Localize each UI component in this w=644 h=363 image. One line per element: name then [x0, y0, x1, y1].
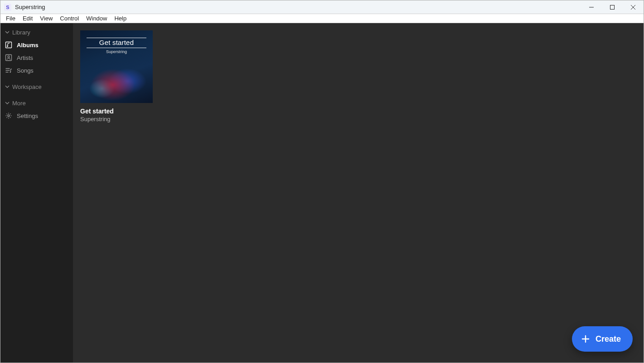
svg-rect-0 [610, 5, 615, 9]
svg-rect-1 [6, 42, 12, 48]
minimize-button[interactable] [581, 0, 602, 14]
menubar: File Edit View Control Window Help [0, 14, 644, 23]
album-thumbnail[interactable]: Get started Superstring [80, 30, 153, 103]
chevron-down-icon [5, 101, 10, 105]
sidebar-item-label: Albums [17, 42, 39, 49]
plus-icon [581, 334, 590, 343]
svg-line-11 [6, 113, 7, 114]
sidebar-item-songs[interactable]: Songs [0, 64, 73, 77]
thumb-divider [87, 48, 146, 48]
svg-point-5 [10, 72, 11, 73]
svg-point-6 [8, 115, 10, 117]
create-button-label: Create [596, 334, 621, 344]
svg-line-12 [10, 117, 10, 118]
menu-file[interactable]: File [2, 15, 19, 22]
songs-icon [5, 67, 12, 74]
sidebar-section-workspace: Workspace [0, 80, 73, 93]
svg-point-4 [8, 56, 10, 58]
sidebar-item-label: Artists [17, 54, 33, 61]
chevron-down-icon [5, 84, 10, 89]
menu-edit[interactable]: Edit [19, 15, 36, 22]
album-artist: Superstring [80, 116, 153, 123]
maximize-button[interactable] [602, 0, 623, 14]
sidebar-header-label: Workspace [12, 83, 42, 90]
sidebar-item-artists[interactable]: Artists [0, 51, 73, 64]
app-icon: S [4, 4, 11, 11]
sidebar-spacer [0, 93, 73, 97]
maximize-icon [610, 5, 615, 10]
menu-help[interactable]: Help [111, 15, 130, 22]
sidebar-item-label: Settings [17, 113, 38, 119]
sidebar-item-albums[interactable]: Albums [0, 39, 73, 51]
close-button[interactable] [623, 0, 644, 14]
create-button[interactable]: Create [572, 326, 633, 352]
menu-window[interactable]: Window [82, 15, 111, 22]
thumb-divider [87, 38, 146, 38]
titlebar: S Superstring [0, 0, 644, 14]
sidebar-header-library[interactable]: Library [0, 26, 73, 39]
svg-line-14 [6, 117, 7, 118]
sidebar-header-workspace[interactable]: Workspace [0, 80, 73, 93]
svg-line-13 [10, 113, 10, 114]
chevron-down-icon [5, 30, 10, 34]
menu-control[interactable]: Control [56, 15, 82, 22]
sidebar-spacer [0, 77, 73, 80]
album-title: Get started [80, 108, 153, 115]
sidebar-item-label: Songs [17, 67, 34, 74]
minimize-icon [589, 5, 594, 10]
sidebar-header-more[interactable]: More [0, 97, 73, 109]
close-icon [631, 5, 635, 10]
sidebar-section-library: Library Albums Artists Songs [0, 26, 73, 77]
album-card[interactable]: Get started Superstring Get started Supe… [80, 30, 153, 123]
svg-point-2 [7, 46, 8, 47]
content-area: Get started Superstring Get started Supe… [73, 23, 644, 363]
thumb-subtitle: Superstring [80, 49, 153, 54]
sidebar-header-label: Library [12, 29, 30, 36]
album-icon [5, 41, 12, 49]
window-title: Superstring [15, 4, 45, 10]
sidebar-header-label: More [12, 100, 26, 107]
menu-view[interactable]: View [36, 15, 56, 22]
artist-icon [5, 54, 12, 61]
sidebar-section-more: More Settings [0, 97, 73, 122]
gear-icon [5, 112, 12, 119]
main-area: Library Albums Artists Songs [0, 23, 644, 363]
sidebar: Library Albums Artists Songs [0, 23, 73, 363]
thumb-title: Get started [80, 39, 153, 46]
sidebar-item-settings[interactable]: Settings [0, 109, 73, 122]
